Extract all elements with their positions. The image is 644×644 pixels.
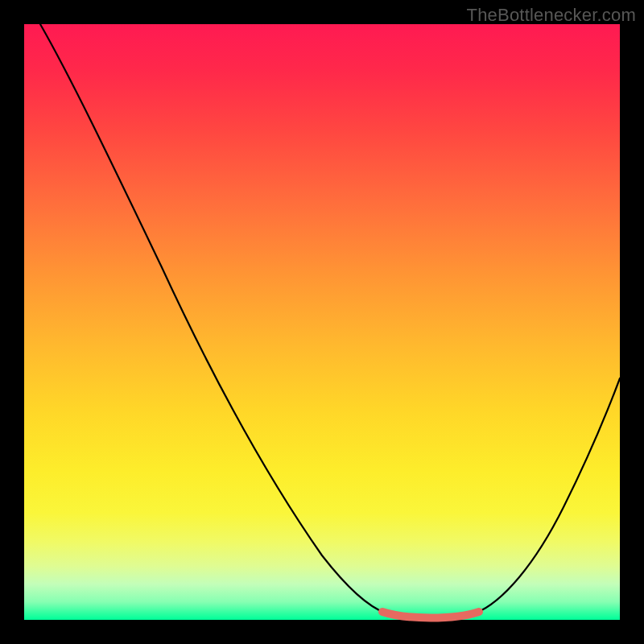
trough-highlight [382, 612, 479, 618]
chart-svg [24, 24, 620, 620]
watermark-text: TheBottlenecker.com [467, 5, 636, 26]
chart-area [24, 24, 620, 620]
curve-left-branch [40, 24, 386, 613]
curve-right-branch [475, 378, 620, 613]
